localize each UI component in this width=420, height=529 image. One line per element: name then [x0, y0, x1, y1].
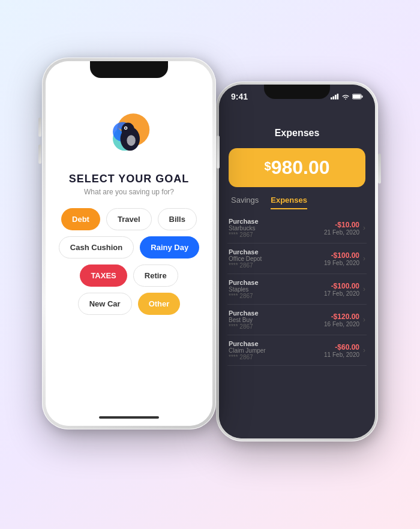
other-button[interactable]: Other	[138, 293, 181, 315]
transaction-merchant-5: Claim Jumper	[229, 347, 266, 354]
transaction-amount-4[interactable]: -$120.00 16 Feb, 2020 ›	[324, 312, 365, 327]
notch	[90, 61, 168, 78]
goal-row-2: Cash Cushion Rainy Day	[58, 236, 200, 259]
transaction-item-4: Purchase Best Buy **** 2867 -$120.00 16 …	[227, 305, 367, 335]
goal-row-4: New Car Other	[58, 293, 200, 315]
travel-button[interactable]: Travel	[106, 208, 152, 230]
goal-row-1: Debt Travel Bills	[58, 208, 200, 230]
goal-screen: 9:41	[46, 61, 212, 426]
amount-number: 980.00	[271, 157, 330, 178]
transaction-date-1: 21 Feb, 2020	[324, 229, 359, 236]
chevron-right-icon-3: ›	[363, 285, 365, 293]
transaction-info-5: Purchase Claim Jumper **** 2867	[229, 340, 266, 360]
transaction-amount-1[interactable]: -$10.00 21 Feb, 2020 ›	[324, 221, 365, 236]
notch-right	[264, 85, 330, 99]
transaction-account-3: **** 2867	[229, 293, 259, 299]
transaction-type-5: Purchase	[229, 340, 266, 347]
transaction-neg-amount-5: -$60.00	[324, 343, 359, 351]
transaction-neg-amount-2: -$100.00	[324, 251, 359, 260]
transaction-amount-5[interactable]: -$60.00 11 Feb, 2020 ›	[324, 343, 365, 358]
goal-subtitle: What are you saving up for?	[84, 188, 174, 196]
time-display-right: 9:41	[231, 92, 248, 101]
expense-total: $980.00	[241, 157, 353, 179]
chevron-right-icon-2: ›	[363, 254, 365, 263]
transaction-account-4: **** 2867	[229, 323, 259, 330]
debt-button[interactable]: Debt	[61, 208, 100, 230]
phone-left-screen: 9:41	[46, 61, 212, 426]
transaction-merchant-1: Starbucks	[229, 225, 259, 232]
transaction-item-5: Purchase Claim Jumper **** 2867 -$60.00 …	[227, 335, 367, 366]
transaction-date-2: 19 Feb, 2020	[324, 260, 359, 266]
svg-rect-18	[335, 95, 337, 100]
transaction-amount-3[interactable]: -$100.00 17 Feb, 2020 ›	[324, 282, 365, 297]
transaction-type-2: Purchase	[229, 248, 262, 256]
transaction-date-5: 11 Feb, 2020	[324, 351, 359, 358]
new-car-button[interactable]: New Car	[78, 293, 132, 315]
svg-rect-17	[333, 97, 335, 100]
retire-button[interactable]: Retire	[133, 264, 178, 287]
cash-cushion-button[interactable]: Cash Cushion	[59, 236, 134, 259]
transaction-info-2: Purchase Office Depot **** 2867	[229, 248, 262, 269]
battery-icon-right	[352, 94, 363, 100]
svg-point-14	[125, 127, 127, 129]
transaction-account-1: **** 2867	[229, 232, 259, 238]
goal-buttons-container: Debt Travel Bills Cash Cushion Rainy Day…	[46, 208, 212, 315]
chevron-right-icon-5: ›	[363, 346, 365, 354]
expense-tabs: Savings Expenses	[219, 187, 375, 209]
transaction-neg-amount-4: -$120.00	[324, 312, 359, 321]
goal-title: SELECT YOUR GOAL	[69, 173, 190, 185]
goal-row-3: TAXES Retire	[58, 264, 200, 287]
dollar-sign: $	[265, 160, 271, 173]
volume-up-button[interactable]	[38, 118, 41, 137]
transaction-info-3: Purchase Staples **** 2867	[229, 279, 259, 299]
phones-container: 9:41	[42, 40, 378, 489]
svg-rect-19	[337, 94, 339, 100]
transaction-date-3: 17 Feb, 2020	[324, 290, 359, 297]
power-button[interactable]	[217, 136, 220, 169]
transaction-item-1: Purchase Starbucks **** 2867 -$10.00 21 …	[227, 213, 367, 244]
status-icons-right	[331, 94, 363, 100]
transaction-neg-amount-1: -$10.00	[324, 221, 359, 229]
transaction-date-4: 16 Feb, 2020	[324, 321, 359, 327]
transaction-account-5: **** 2867	[229, 354, 266, 360]
transaction-neg-amount-3: -$100.00	[324, 282, 359, 290]
expense-amount-card: $980.00	[229, 148, 365, 187]
expense-screen: 9:41	[219, 85, 375, 438]
transaction-merchant-4: Best Buy	[229, 317, 259, 323]
transaction-account-2: **** 2867	[229, 262, 262, 269]
svg-rect-21	[353, 95, 361, 98]
taxes-button[interactable]: TAXES	[80, 264, 127, 287]
chevron-right-icon-1: ›	[363, 224, 365, 232]
transaction-amount-2[interactable]: -$100.00 19 Feb, 2020 ›	[324, 251, 365, 266]
app-logo	[102, 109, 156, 163]
power-button-right[interactable]	[378, 154, 381, 184]
rainy-day-button[interactable]: Rainy Day	[140, 236, 199, 259]
phone-right: 9:41	[216, 82, 378, 441]
svg-point-11	[121, 123, 134, 137]
transaction-type-3: Purchase	[229, 279, 259, 286]
transaction-merchant-2: Office Depot	[229, 256, 262, 262]
signal-icon-right	[331, 94, 339, 100]
transaction-info-1: Purchase Starbucks **** 2867	[229, 218, 259, 238]
volume-down-button[interactable]	[38, 145, 41, 164]
bills-button[interactable]: Bills	[158, 208, 197, 230]
phone-left: 9:41	[42, 58, 216, 429]
savings-tab[interactable]: Savings	[231, 196, 259, 209]
chevron-right-icon-4: ›	[363, 315, 365, 324]
expense-list: Purchase Starbucks **** 2867 -$10.00 21 …	[219, 213, 375, 438]
home-indicator	[99, 416, 159, 419]
transaction-item-3: Purchase Staples **** 2867 -$100.00 17 F…	[227, 274, 367, 305]
wifi-icon-right	[341, 94, 350, 100]
phone-right-screen: 9:41	[219, 85, 375, 438]
transaction-type-1: Purchase	[229, 218, 259, 225]
svg-rect-22	[362, 95, 363, 98]
expense-header: Expenses	[219, 104, 375, 148]
expenses-tab[interactable]: Expenses	[271, 196, 307, 209]
transaction-item-2: Purchase Office Depot **** 2867 -$100.00…	[227, 244, 367, 274]
transaction-info-4: Purchase Best Buy **** 2867	[229, 309, 259, 330]
svg-rect-16	[331, 97, 332, 100]
transaction-merchant-3: Staples	[229, 286, 259, 293]
svg-point-15	[127, 135, 135, 146]
transaction-type-4: Purchase	[229, 309, 259, 317]
